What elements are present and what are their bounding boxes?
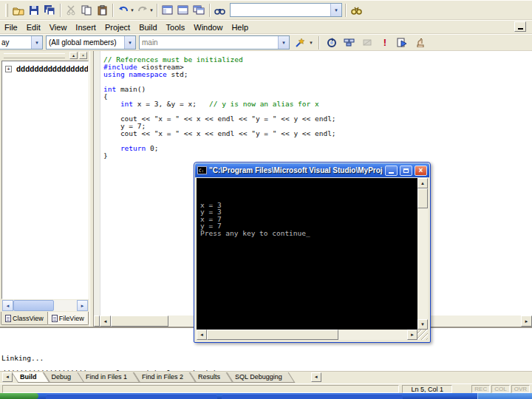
selection-margin[interactable] <box>94 51 100 316</box>
class-combo-value: ay <box>0 38 31 47</box>
wizard-actions-icon[interactable] <box>293 35 307 50</box>
scroll-up-icon[interactable]: ▲ <box>417 178 428 188</box>
tree-expand-icon[interactable]: + <box>5 66 12 72</box>
scroll-right-icon[interactable]: ► <box>77 300 88 311</box>
menu-item[interactable]: Tools <box>162 21 190 33</box>
workspace-panel: ▴ × + dddddddddddddddddddd ◄ ► ClassView <box>0 51 89 327</box>
build-icon[interactable] <box>342 35 357 50</box>
cursor-position: Ln 5, Col 1 <box>402 385 452 393</box>
close-icon[interactable]: × <box>415 166 427 176</box>
workspace-toggle-icon[interactable] <box>160 3 175 18</box>
redo-icon[interactable] <box>135 3 150 18</box>
cut-icon[interactable] <box>64 3 78 18</box>
scroll-right-icon[interactable]: ► <box>407 330 417 340</box>
panel-gripper[interactable] <box>4 53 65 58</box>
chevron-down-icon[interactable]: ▼ <box>278 36 289 49</box>
scroll-left-icon[interactable]: ◄ <box>2 300 13 311</box>
tab-scroll-left-icon[interactable]: ◄ <box>2 372 13 382</box>
status-bar: Ln 5, Col 1 RECCOLOVR <box>0 383 532 393</box>
menu-item[interactable]: Help <box>227 21 253 33</box>
execute-program-icon[interactable]: ! <box>378 35 392 50</box>
console-title-bar[interactable]: C: "C:\Program Files\Microsoft Visual St… <box>195 163 429 177</box>
code-text: // References must be initialized#includ… <box>103 56 531 160</box>
start-button[interactable] <box>0 393 38 399</box>
scrollbar-thumb[interactable] <box>13 300 54 311</box>
members-combo[interactable]: (All global members) ▼ <box>46 35 136 50</box>
output-tab[interactable]: Debug <box>47 372 81 383</box>
output-tab[interactable]: Results <box>193 372 230 383</box>
window-list-icon[interactable] <box>191 3 206 18</box>
panel-close-icon[interactable]: × <box>79 52 87 59</box>
open-icon[interactable] <box>11 3 26 18</box>
scrollbar-thumb[interactable] <box>417 188 428 208</box>
chevron-down-icon[interactable]: ▼ <box>330 4 341 16</box>
undo-icon[interactable] <box>116 3 131 18</box>
paste-icon[interactable] <box>95 3 109 18</box>
output-tab-label: Find in Files 1 <box>86 373 127 381</box>
menu-item[interactable]: Build <box>134 21 161 33</box>
menu-item[interactable]: Edit <box>22 21 45 33</box>
mdi-minimize-button[interactable] <box>514 21 526 32</box>
scroll-right-icon[interactable]: ► <box>521 316 532 327</box>
restore-icon[interactable] <box>400 166 412 176</box>
save-icon[interactable] <box>27 3 41 18</box>
menu-item[interactable]: Project <box>100 21 134 33</box>
xp-taskbar[interactable] <box>0 393 532 399</box>
output-toggle-icon[interactable] <box>176 3 191 18</box>
tab-scroll-right-icon[interactable]: ◄ <box>311 372 321 382</box>
console-app-icon: C: <box>197 166 207 174</box>
members-combo-value: (All global members) <box>47 38 124 47</box>
class-combo[interactable]: ay ▼ <box>0 35 43 50</box>
workspace-tab[interactable]: FileView <box>47 312 89 325</box>
taskbar-button[interactable] <box>222 394 403 399</box>
console-window[interactable]: C: "C:\Program Files\Microsoft Visual St… <box>194 162 431 343</box>
taskbar-button[interactable] <box>46 394 217 399</box>
minimize-icon[interactable] <box>385 166 398 176</box>
scroll-down-icon[interactable]: ▼ <box>417 319 428 330</box>
menu-item[interactable]: File <box>0 21 22 33</box>
compile-icon[interactable] <box>324 35 339 50</box>
output-tab-label: Debug <box>52 373 72 381</box>
output-tab[interactable]: Build <box>15 372 47 383</box>
output-tab[interactable]: SQL Debugging <box>230 372 292 383</box>
undo-dropdown-icon[interactable]: ▼ <box>130 8 134 13</box>
status-indicator: OVR <box>511 385 530 393</box>
save-all-icon[interactable] <box>42 3 57 18</box>
breakpoint-icon[interactable] <box>413 35 428 50</box>
resize-grip[interactable] <box>417 330 428 340</box>
scrollbar-thumb[interactable] <box>111 316 168 327</box>
workspace-tab[interactable]: ClassView <box>1 312 48 325</box>
console-screen[interactable]: x = 3y = 3x = 7y = 7Press any key to con… <box>197 178 428 340</box>
scroll-left-icon[interactable]: ◄ <box>197 330 207 340</box>
function-combo[interactable]: main ▼ <box>139 35 290 50</box>
find-icon[interactable] <box>213 3 228 18</box>
console-line: y = 3 <box>200 208 416 216</box>
console-hscrollbar[interactable]: ◄ ► <box>197 330 417 340</box>
toolbar-gripper[interactable] <box>5 4 8 17</box>
find-combo[interactable]: ▼ <box>230 3 342 17</box>
project-tree-node[interactable]: + dddddddddddddddddddd <box>2 61 88 73</box>
output-tab[interactable]: Find in Files 2 <box>137 372 193 383</box>
toolbar-separator <box>318 36 319 50</box>
scrollbar-thumb[interactable] <box>207 330 338 340</box>
function-combo-value: main <box>140 38 278 47</box>
panel-pin-icon[interactable]: ▴ <box>69 52 78 59</box>
wizard-dropdown-icon[interactable]: ▼ <box>309 41 313 45</box>
output-tab[interactable]: Find in Files 1 <box>81 372 137 383</box>
go-debug-icon[interactable] <box>395 35 410 50</box>
workspace-hscrollbar[interactable]: ◄ ► <box>2 300 88 311</box>
menu-item[interactable]: Insert <box>71 21 100 33</box>
chevron-down-icon[interactable]: ▼ <box>31 36 42 49</box>
workspace-tab-label: ClassView <box>13 315 44 322</box>
chevron-down-icon[interactable]: ▼ <box>124 36 135 49</box>
stop-build-icon[interactable] <box>360 35 375 50</box>
menu-item[interactable]: Window <box>189 21 227 33</box>
scroll-left-icon[interactable]: ◄ <box>100 316 111 327</box>
system-tray[interactable] <box>477 393 532 399</box>
menu-item[interactable]: View <box>45 21 72 33</box>
console-vscrollbar[interactable]: ▲ ▼ <box>417 178 428 330</box>
splitter-box[interactable] <box>94 316 100 327</box>
toolbar-separator <box>112 4 113 17</box>
search-in-files-icon[interactable] <box>349 3 364 18</box>
copy-icon[interactable] <box>79 3 94 18</box>
